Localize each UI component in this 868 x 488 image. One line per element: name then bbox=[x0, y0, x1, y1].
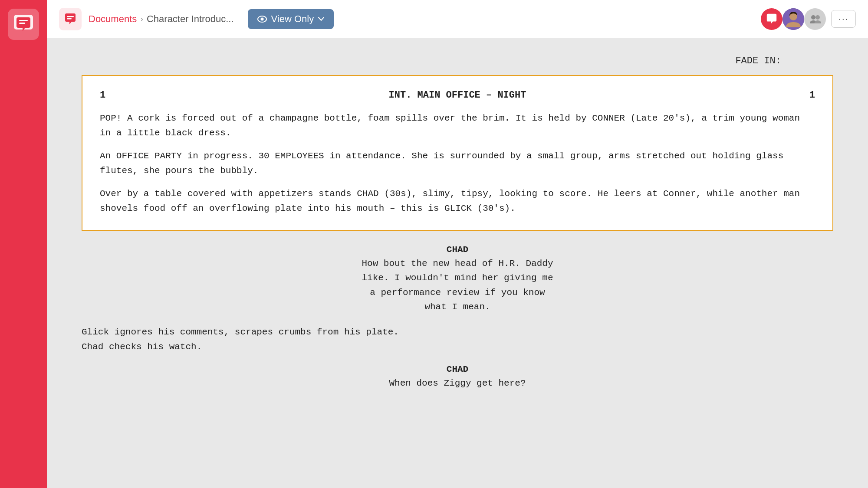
svg-point-6 bbox=[260, 17, 263, 20]
header-right: ··· bbox=[761, 8, 856, 30]
svg-rect-1 bbox=[19, 20, 28, 21]
dialogue-line-1: How bout the new head of H.R. Daddy bbox=[362, 259, 553, 269]
comments-button[interactable] bbox=[59, 8, 82, 30]
action-text-4b: Chad checks his watch. bbox=[82, 342, 202, 352]
scene-header: 1 INT. MAIN OFFICE – NIGHT 1 bbox=[100, 90, 815, 101]
main-area: Documents › Character Introduc... View O… bbox=[47, 0, 868, 488]
scene-heading: INT. MAIN OFFICE – NIGHT bbox=[389, 90, 526, 101]
dialogue-text-1: How bout the new head of H.R. Daddy like… bbox=[82, 256, 833, 314]
people-icon bbox=[809, 13, 821, 25]
chevron-down-icon bbox=[318, 17, 324, 21]
svg-point-9 bbox=[811, 15, 815, 20]
scene-box: 1 INT. MAIN OFFICE – NIGHT 1 POP! A cork… bbox=[82, 75, 833, 231]
current-doc-label: Character Introduc... bbox=[147, 13, 234, 25]
avatar-user bbox=[783, 8, 804, 30]
action-paragraph-2: An OFFICE PARTY in progress. 30 EMPLOYEE… bbox=[100, 149, 815, 178]
fade-in-text: FADE IN: bbox=[82, 56, 833, 66]
documents-link[interactable]: Documents bbox=[89, 13, 137, 25]
user-avatar-svg bbox=[783, 8, 804, 30]
comments-icon bbox=[64, 13, 77, 26]
dialogue-block-1: CHAD How bout the new head of H.R. Daddy… bbox=[82, 245, 833, 314]
dialogue-block-2: CHAD When does Ziggy get here? bbox=[82, 364, 833, 391]
breadcrumb-separator: › bbox=[140, 14, 143, 24]
header: Documents › Character Introduc... View O… bbox=[47, 0, 868, 38]
svg-rect-4 bbox=[67, 18, 72, 20]
dialogue-line-3: a performance review if you know bbox=[370, 288, 545, 298]
action-text-4a: Glick ignores his comments, scrapes crum… bbox=[82, 327, 399, 337]
breadcrumb: Documents › Character Introduc... bbox=[89, 13, 234, 25]
sidebar bbox=[0, 0, 47, 488]
scene-number-right: 1 bbox=[809, 90, 815, 101]
dialogue-line-4: what I mean. bbox=[424, 302, 490, 312]
sidebar-logo[interactable] bbox=[8, 9, 39, 40]
char-name-2: CHAD bbox=[82, 364, 833, 374]
svg-rect-2 bbox=[19, 23, 25, 24]
svg-point-10 bbox=[815, 15, 820, 20]
more-options-button[interactable]: ··· bbox=[831, 10, 856, 28]
eye-icon bbox=[257, 15, 267, 23]
dialogue-text-2: When does Ziggy get here? bbox=[82, 376, 833, 391]
view-only-label: View Only bbox=[271, 13, 314, 25]
action-paragraph-3: Over by a table covered with appetizers … bbox=[100, 187, 815, 216]
content-area: FADE IN: 1 INT. MAIN OFFICE – NIGHT 1 PO… bbox=[47, 38, 868, 488]
char-name-1: CHAD bbox=[82, 245, 833, 255]
scene-body: POP! A cork is forced out of a champagne… bbox=[100, 111, 815, 216]
avatar-chat-icon bbox=[766, 13, 778, 25]
action-paragraph-1: POP! A cork is forced out of a champagne… bbox=[100, 111, 815, 140]
avatar-app-icon bbox=[761, 8, 783, 30]
avatar-people bbox=[804, 8, 826, 30]
scene-number-left: 1 bbox=[100, 90, 105, 101]
logo-icon bbox=[13, 14, 34, 35]
avatar-group bbox=[761, 8, 826, 30]
dialogue-line-2: like. I wouldn't mind her giving me bbox=[362, 273, 553, 283]
view-only-button[interactable]: View Only bbox=[248, 9, 334, 29]
dialogue-line-5: When does Ziggy get here? bbox=[389, 378, 526, 388]
action-line-2: Glick ignores his comments, scrapes crum… bbox=[82, 325, 833, 354]
svg-rect-3 bbox=[67, 16, 74, 17]
